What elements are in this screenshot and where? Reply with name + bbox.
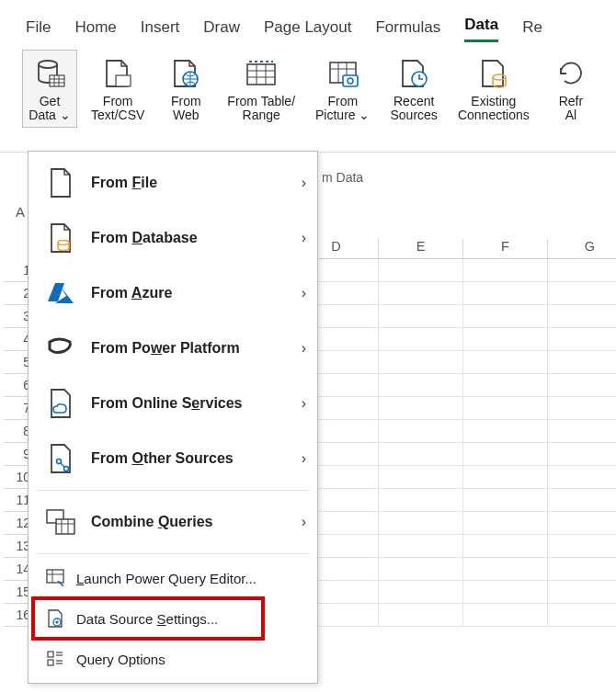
cell[interactable] <box>548 328 616 351</box>
chevron-right-icon: › <box>302 285 306 301</box>
menu-separator <box>36 553 310 554</box>
menu-separator <box>36 490 310 491</box>
from-table-label-2: Range <box>243 108 280 122</box>
cell[interactable] <box>463 581 548 604</box>
cell[interactable] <box>379 397 463 420</box>
tab-file[interactable]: File <box>26 18 51 42</box>
tab-draw[interactable]: Draw <box>203 18 240 42</box>
chevron-right-icon: › <box>302 514 306 530</box>
cell[interactable] <box>463 374 548 397</box>
cell[interactable] <box>379 535 463 558</box>
cell[interactable] <box>463 535 548 558</box>
cell[interactable] <box>548 489 616 512</box>
menu-launch-power-query[interactable]: Launch Power Query Editor... <box>29 558 317 598</box>
tab-data[interactable]: Data <box>464 16 498 42</box>
cell[interactable] <box>379 328 463 351</box>
settings-file-icon <box>45 608 65 629</box>
cell[interactable] <box>548 443 616 466</box>
cell[interactable] <box>463 420 548 443</box>
column-header[interactable]: F <box>463 239 548 259</box>
cell[interactable] <box>379 443 463 466</box>
options-icon <box>45 649 65 669</box>
cell[interactable] <box>463 397 548 420</box>
svg-rect-31 <box>47 570 63 583</box>
recent-sources-button[interactable]: Recent Sources <box>384 50 444 128</box>
menu-from-online-services[interactable]: From Online Services › <box>29 376 317 431</box>
cell[interactable] <box>379 558 463 581</box>
svg-rect-8 <box>247 64 275 85</box>
cells[interactable] <box>294 259 616 627</box>
menu-from-azure[interactable]: From Azure › <box>29 266 317 321</box>
from-picture-button[interactable]: From Picture ⌄ <box>309 50 376 128</box>
from-web-button[interactable]: From Web <box>158 50 213 128</box>
cell[interactable] <box>548 351 616 374</box>
cell[interactable] <box>548 535 616 558</box>
cell[interactable] <box>379 259 463 282</box>
cell[interactable] <box>379 305 463 328</box>
cell[interactable] <box>379 282 463 305</box>
cell[interactable] <box>548 305 616 328</box>
ribbon-data: Get Data ⌄ From Text/CSV From Web From T… <box>0 42 616 153</box>
refresh-all-button[interactable]: Refr Al <box>543 50 599 128</box>
menu-data-source-settings[interactable]: Data Source Settings... <box>29 598 317 639</box>
from-table-button[interactable]: From Table/ Range <box>221 50 302 128</box>
cell[interactable] <box>379 489 463 512</box>
cell[interactable] <box>463 466 548 489</box>
cell[interactable] <box>379 466 463 489</box>
cell[interactable] <box>463 328 548 351</box>
get-data-button[interactable]: Get Data ⌄ <box>22 50 77 128</box>
cell[interactable] <box>463 489 548 512</box>
menu-label: From Database <box>91 230 302 246</box>
cell[interactable] <box>548 397 616 420</box>
cell[interactable] <box>463 443 548 466</box>
cell[interactable] <box>463 259 548 282</box>
menu-from-file[interactable]: From File › <box>29 155 317 210</box>
connections-icon <box>473 52 515 95</box>
cell[interactable] <box>379 604 463 627</box>
cell[interactable] <box>548 581 616 604</box>
existing-connections-button[interactable]: Existing Connections <box>451 50 536 128</box>
from-csv-label-2: Text/CSV <box>91 108 144 122</box>
tab-review-cut[interactable]: Re <box>522 18 542 42</box>
cell[interactable] <box>463 604 548 627</box>
cell[interactable] <box>463 305 548 328</box>
get-data-label-1: Get <box>40 95 61 108</box>
column-header[interactable]: G <box>548 239 616 259</box>
cell[interactable] <box>463 512 548 535</box>
cell[interactable] <box>548 420 616 443</box>
cell[interactable] <box>379 512 463 535</box>
tab-home[interactable]: Home <box>74 18 116 42</box>
cell[interactable] <box>379 420 463 443</box>
menu-from-power-platform[interactable]: From Power Platform › <box>29 321 317 376</box>
menu-query-options[interactable]: Query Options <box>29 639 317 679</box>
menu-combine-queries[interactable]: Combine Queries › <box>29 494 317 550</box>
tab-insert[interactable]: Insert <box>141 18 180 42</box>
tab-formulas[interactable]: Formulas <box>375 18 440 42</box>
chevron-right-icon: › <box>302 175 306 191</box>
cell[interactable] <box>463 558 548 581</box>
cell[interactable] <box>379 374 463 397</box>
from-textcsv-button[interactable]: From Text/CSV <box>85 50 151 128</box>
cell[interactable] <box>548 282 616 305</box>
cell[interactable] <box>463 351 548 374</box>
svg-point-35 <box>56 621 59 624</box>
menu-from-database[interactable]: From Database › <box>29 210 317 266</box>
menu-from-other-sources[interactable]: From Other Sources › <box>29 431 317 486</box>
menu-label: From Other Sources <box>91 450 302 467</box>
tab-page-layout[interactable]: Page Layout <box>264 18 351 42</box>
cell[interactable] <box>463 282 548 305</box>
column-header[interactable]: E <box>379 239 463 259</box>
cell[interactable] <box>379 351 463 374</box>
file-icon <box>45 167 76 199</box>
cell[interactable] <box>548 374 616 397</box>
cell[interactable] <box>548 558 616 581</box>
cell[interactable] <box>379 581 463 604</box>
chevron-right-icon: › <box>302 340 306 357</box>
cell[interactable] <box>548 259 616 282</box>
from-picture-label-2: Picture ⌄ <box>315 108 370 122</box>
cloud-file-icon <box>45 388 76 419</box>
cell[interactable] <box>548 466 616 489</box>
cell[interactable] <box>548 512 616 535</box>
menu-label: Data Source Settings... <box>76 611 306 627</box>
cell[interactable] <box>548 604 616 627</box>
